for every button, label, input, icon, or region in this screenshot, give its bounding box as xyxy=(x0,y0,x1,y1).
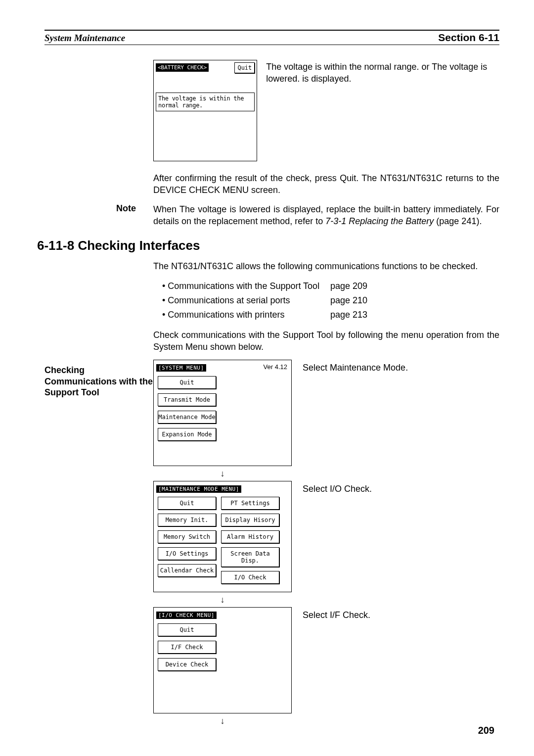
arrow-down-icon: ↓ xyxy=(153,716,292,725)
list-item: • Communications at serial ports page 21… xyxy=(162,293,499,308)
calendar-check-button[interactable]: Callendar Check xyxy=(158,564,216,577)
menu-title: [MAINTENANCE MODE MENU] xyxy=(156,485,241,493)
io-check-menu-screen: [I/O CHECK MENU] Quit I/F Check Device C… xyxy=(153,607,292,713)
maintenance-menu-row: [MAINTENANCE MODE MENU] Quit Memory Init… xyxy=(153,481,499,592)
note-text-2: (page 241). xyxy=(434,216,482,226)
voltage-message: The voltage is within the normal range. xyxy=(156,93,255,111)
quit-button[interactable]: Quit xyxy=(158,623,216,636)
maintenance-menu-caption: Select I/O Check. xyxy=(303,481,372,592)
note-italic: 7-3-1 Replacing the Battery xyxy=(325,216,434,226)
battery-screen: <BATTERY CHECK> Quit The voltage is with… xyxy=(153,60,257,161)
check-item-page: page 210 xyxy=(330,293,367,308)
system-menu-caption: Select Maintenance Mode. xyxy=(303,360,408,466)
check-item-text: • Communications with the Support Tool xyxy=(162,279,330,293)
check-item-text: • Communications with printers xyxy=(162,308,330,322)
menu-title: [SYSTEM MENU] xyxy=(156,364,206,372)
header-right: Section 6-11 xyxy=(438,32,499,44)
list-item: • Communications with the Support Tool p… xyxy=(162,279,499,293)
battery-check-figure: <BATTERY CHECK> Quit The voltage is with… xyxy=(153,60,499,161)
maintenance-menu-screen: [MAINTENANCE MODE MENU] Quit Memory Init… xyxy=(153,481,292,592)
screen-data-disp-button[interactable]: Screen Data Disp. xyxy=(221,547,279,567)
checklist: • Communications with the Support Tool p… xyxy=(162,279,499,322)
screen-title: <BATTERY CHECK> xyxy=(156,63,209,72)
if-check-button[interactable]: I/F Check xyxy=(158,641,216,654)
transmit-mode-button[interactable]: Transmit Mode xyxy=(158,393,216,406)
quit-button[interactable]: Quit xyxy=(158,376,216,389)
after-confirm-paragraph: After confirming the result of the check… xyxy=(153,172,499,196)
page-number: 209 xyxy=(478,725,494,736)
system-menu-row: [SYSTEM MENU] Ver 4.12 Quit Transmit Mod… xyxy=(153,360,499,466)
alarm-history-button[interactable]: Alarm History xyxy=(221,530,279,543)
arrow-down-icon: ↓ xyxy=(153,595,292,604)
expansion-mode-button[interactable]: Expansion Mode xyxy=(158,428,216,441)
quit-button[interactable]: Quit xyxy=(234,62,255,73)
quit-button[interactable]: Quit xyxy=(158,497,216,510)
display-history-button[interactable]: Display Hisory xyxy=(221,514,279,526)
io-check-button[interactable]: I/O Check xyxy=(221,571,279,584)
note-body: When The voltage is lowered is displayed… xyxy=(153,203,499,228)
io-settings-button[interactable]: I/O Settings xyxy=(158,547,216,560)
battery-caption: The voltage is within the normal range. … xyxy=(266,60,499,161)
device-check-button[interactable]: Device Check xyxy=(158,658,216,671)
maintenance-mode-button[interactable]: Maintenance Mode xyxy=(158,411,216,424)
note-label: Note xyxy=(116,203,153,228)
menu-title: [I/O CHECK MENU] xyxy=(156,612,217,619)
io-menu-caption: Select I/F Check. xyxy=(303,607,370,713)
pt-settings-button[interactable]: PT Settings xyxy=(221,497,279,510)
intro-paragraph: The NT631/NT631C allows the following co… xyxy=(153,260,499,272)
memory-init-button[interactable]: Memory Init. xyxy=(158,514,216,526)
page-header: System Maintenance Section 6-11 xyxy=(44,30,499,45)
sidebar-heading: Checking Communications with the Support… xyxy=(44,365,156,398)
memory-switch-button[interactable]: Memory Switch xyxy=(158,530,216,543)
note-block: Note When The voltage is lowered is disp… xyxy=(116,203,499,228)
check-item-page: page 209 xyxy=(330,279,367,293)
check-intro-paragraph: Check communications with the Support To… xyxy=(153,329,499,353)
io-check-menu-row: [I/O CHECK MENU] Quit I/F Check Device C… xyxy=(153,607,499,713)
list-item: • Communications with printers page 213 xyxy=(162,308,499,322)
arrow-down-icon: ↓ xyxy=(153,469,292,478)
header-left: System Maintenance xyxy=(44,33,125,44)
version-label: Ver 4.12 xyxy=(264,363,287,371)
system-menu-screen: [SYSTEM MENU] Ver 4.12 Quit Transmit Mod… xyxy=(153,360,292,466)
check-item-text: • Communications at serial ports xyxy=(162,293,330,308)
check-item-page: page 213 xyxy=(330,308,367,322)
section-heading: 6-11-8 Checking Interfaces xyxy=(37,238,499,253)
